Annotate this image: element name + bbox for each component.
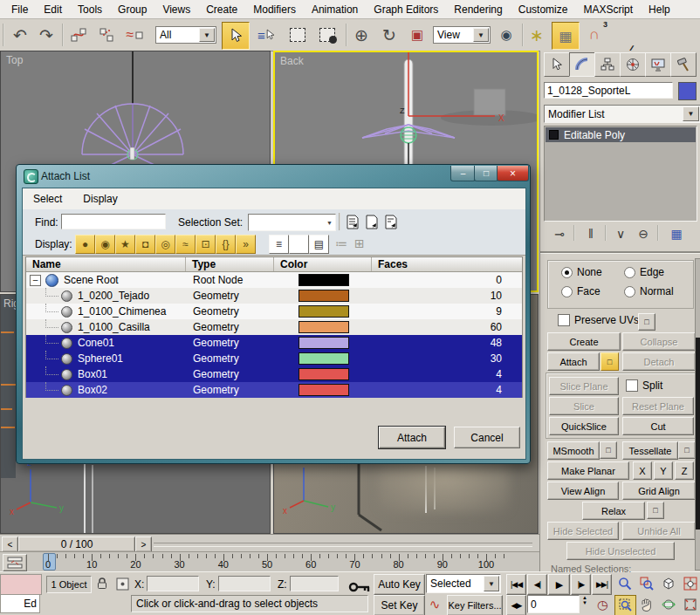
chevron-down-icon[interactable]: ▼ (683, 106, 699, 121)
attach-confirm-button[interactable]: Attach (379, 427, 445, 448)
zoom-extents-all-button[interactable] (680, 574, 700, 593)
select-by-name-button[interactable]: ≡ (253, 23, 279, 47)
configure-modifier-sets-icon[interactable]: ▦ (668, 225, 685, 243)
select-invert-icon[interactable] (382, 214, 399, 230)
attach-settings-button[interactable]: □ (600, 352, 619, 371)
table-row[interactable]: –Scene RootRoot Node0 (26, 272, 522, 288)
viewport-back-label[interactable]: Back (280, 55, 304, 67)
constraint-edge-radio[interactable]: Edge (624, 266, 664, 278)
frame-spinner[interactable]: ▲ ▼ (580, 595, 590, 613)
select-all-icon[interactable] (344, 214, 360, 230)
tab-modify[interactable] (569, 52, 595, 77)
display-invert-icon[interactable]: ▤ (309, 235, 329, 254)
go-to-start-button[interactable]: |◀◀ (506, 574, 526, 595)
display-none-icon[interactable] (289, 235, 309, 254)
auto-key-button[interactable]: Auto Key (374, 574, 425, 595)
quickslice-button[interactable]: QuickSlice (549, 417, 619, 435)
set-key-button[interactable]: Set Key (374, 595, 425, 615)
default-tangent-icon[interactable]: ∿ (426, 595, 443, 614)
window-crossing-toggle[interactable] (314, 23, 340, 47)
bind-to-spacewarp-icon[interactable]: ≈ (122, 23, 148, 47)
chevron-down-icon[interactable]: ▼ (473, 28, 489, 42)
tessellate-settings-button[interactable]: □ (678, 441, 696, 459)
msmooth-settings-button[interactable]: □ (600, 441, 617, 459)
unhide-all-button[interactable]: Unhide All (622, 522, 696, 540)
y-coordinate-field[interactable] (218, 576, 271, 591)
track-bar[interactable]: 0102030405060708090100 (0, 551, 539, 572)
previous-frame-button[interactable]: ◀| (527, 574, 547, 595)
z-coordinate-field[interactable] (290, 576, 339, 591)
stack-item-editable-poly[interactable]: Editable Poly (546, 127, 696, 142)
attach-list-titlebar[interactable]: Attach List – □ × (17, 165, 530, 188)
object-name-field[interactable] (544, 82, 673, 99)
reference-coordinate-dropdown[interactable]: View ▼ (433, 26, 491, 44)
select-and-rotate-button[interactable]: ↻ (377, 23, 401, 47)
menubar-item-help[interactable]: Help (641, 2, 678, 17)
table-row[interactable]: 1_0100_CasillaGeometry60 (26, 319, 522, 335)
menubar-item-file[interactable]: File (3, 2, 36, 17)
cancel-button[interactable]: Cancel (454, 427, 520, 448)
create-button[interactable]: Create (547, 332, 621, 351)
play-animation-button[interactable]: ▶ (548, 574, 570, 595)
menubar-item-create[interactable]: Create (198, 2, 245, 17)
chevron-down-icon[interactable]: ▼ (199, 28, 215, 42)
object-color-swatch[interactable] (299, 321, 349, 333)
time-slider-handle[interactable]: 0 / 100 (18, 536, 135, 552)
preserve-uvs-settings-button[interactable]: □ (638, 313, 655, 331)
msmooth-button[interactable]: MSmooth (547, 441, 600, 460)
menubar-item-customize[interactable]: Customize (511, 2, 576, 17)
display-cameras-icon[interactable]: ◘ (135, 235, 155, 254)
pin-stack-icon[interactable]: ⊸ (551, 225, 568, 243)
display-xrefs-icon[interactable]: {} (216, 235, 236, 254)
tab-utilities[interactable] (670, 52, 697, 77)
chevron-down-icon[interactable]: ▼ (484, 576, 499, 591)
object-color-swatch[interactable] (299, 274, 349, 286)
time-configuration-button[interactable]: ◷ (594, 595, 611, 613)
spinner-down-icon[interactable]: ▼ (580, 600, 590, 605)
attach-button[interactable]: Attach (547, 352, 600, 371)
grid-align-button[interactable]: Grid Align (622, 482, 696, 500)
next-frame-button[interactable]: |▶ (571, 574, 591, 595)
menubar-item-edit[interactable]: Edit (36, 2, 70, 17)
tab-motion[interactable] (620, 52, 646, 77)
zoom-region-button[interactable] (614, 595, 636, 615)
selection-filter-dropdown[interactable]: All ▼ (155, 26, 216, 44)
maxscript-listener-white[interactable]: Ed (0, 594, 40, 613)
view-align-button[interactable]: View Align (547, 482, 619, 500)
constraint-normal-radio[interactable]: Normal (624, 285, 674, 297)
dialog-menu-display[interactable]: Display (72, 190, 127, 208)
display-lights-icon[interactable]: ★ (115, 235, 135, 254)
go-to-end-button[interactable]: ▶▶| (592, 574, 612, 595)
object-color-swatch[interactable] (299, 384, 349, 396)
undo-icon[interactable]: ↶ (9, 23, 31, 47)
relax-settings-button[interactable]: □ (647, 502, 664, 519)
table-row[interactable]: Sphere01Geometry30 (26, 351, 522, 366)
object-color-swatch[interactable] (299, 305, 349, 318)
remove-modifier-icon[interactable]: ⊖ (635, 225, 652, 243)
display-space-warps-icon[interactable]: ≈ (175, 235, 196, 254)
menubar-item-modifiers[interactable]: Modifiers (245, 2, 304, 17)
panel-scrollbar-thumb[interactable] (696, 338, 700, 530)
relax-button[interactable]: Relax (582, 502, 645, 520)
display-children-icon[interactable]: ⊞ (354, 236, 365, 250)
key-filters-button[interactable]: Key Filters... (447, 595, 503, 615)
tab-display[interactable] (645, 52, 671, 77)
select-and-link-icon[interactable] (66, 23, 91, 47)
select-object-button[interactable] (222, 22, 250, 50)
select-and-scale-button[interactable]: ▣ (405, 23, 429, 47)
display-bones-icon[interactable]: » (236, 235, 256, 254)
set-keys-button[interactable] (346, 577, 374, 597)
selection-set-dropdown[interactable]: ▼ (248, 214, 336, 231)
table-row[interactable]: 1_0200_TejadoGeometry10 (26, 288, 522, 304)
hide-selected-button[interactable]: Hide Selected (547, 522, 619, 540)
column-header-faces[interactable]: Faces (372, 257, 520, 271)
menubar-item-tools[interactable]: Tools (70, 2, 110, 17)
table-row[interactable]: Cone01Geometry48 (26, 335, 522, 351)
arc-rotate-button[interactable] (658, 595, 678, 614)
constraint-none-radio[interactable]: None (561, 266, 602, 278)
make-planar-y-button[interactable]: Y (654, 461, 673, 480)
find-input[interactable] (61, 214, 166, 229)
minimize-button[interactable]: – (450, 166, 476, 181)
absolute-offset-toggle[interactable] (113, 575, 131, 592)
select-none-icon[interactable] (363, 214, 380, 230)
